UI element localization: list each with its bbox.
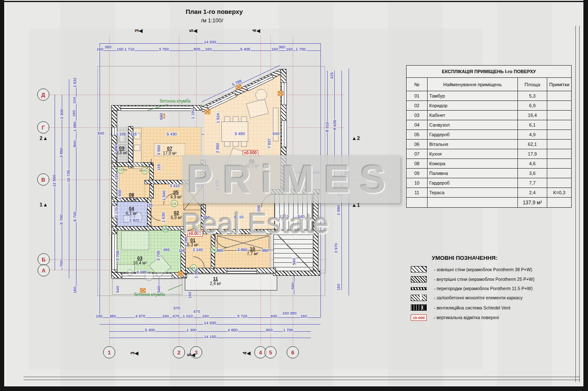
table-row: 07 Кухня 17,9: [407, 149, 572, 159]
room-label: 0316,4 м²: [133, 255, 147, 265]
cell-name: Паливна: [428, 169, 518, 178]
flower-bed-note: бетонна клумба: [134, 292, 165, 297]
dimension-label: 4 190: [136, 270, 147, 274]
dimension-label: 540: [116, 285, 120, 293]
dimension-label: 160: [300, 314, 307, 318]
legend-symbol-icon: [411, 295, 427, 301]
dimension-label: 495: [163, 248, 170, 252]
cell-note: [547, 111, 572, 120]
axis-bubble: А: [38, 264, 50, 277]
legend: УМОВНІ ПОЗНАЧЕННЯ: - зовнішні стіни (кер…: [405, 255, 578, 324]
dimension-label: 5 430: [166, 132, 177, 136]
dimension-line: [100, 317, 320, 318]
frame-left: [0, 0, 4, 391]
dimension-label: 590: [291, 282, 295, 290]
cell-area: 7,7: [518, 178, 547, 188]
table-row: 04 Санвузол 6,1: [407, 120, 572, 130]
cell-no: 11: [407, 188, 428, 198]
section-triangle-icon: [352, 135, 357, 141]
legend-item: ±0.000 - вертикальна відмітка поверхні: [405, 314, 578, 321]
dimension-label: 160: [162, 314, 169, 318]
axis-bubble: 6: [287, 346, 299, 359]
cell-area: 62,1: [518, 140, 547, 149]
section-marker: 3: [131, 350, 139, 356]
col-header-name: Найменування приміщень: [428, 78, 518, 91]
cell-area: 16,4: [518, 111, 547, 120]
room-label: 112,4 м²: [210, 276, 221, 286]
legend-symbol-icon: [411, 287, 427, 290]
cell-no: 06: [407, 140, 428, 149]
dimension-label: 115: [178, 248, 185, 253]
dimension-label: 160: [73, 286, 77, 294]
section-marker: 4: [253, 28, 260, 34]
axis-line-1: [109, 36, 110, 345]
room-label: 0717,9 м²: [163, 145, 176, 156]
dimension-label: 8 310: [325, 122, 329, 132]
dimension-label: 2 832: [73, 77, 77, 88]
drawing-sheet: План 1-го поверху /м 1:100/: [0, 0, 588, 391]
dimension-label: 3 750: [158, 47, 169, 51]
dimension-label: 5 405: [240, 47, 251, 51]
axis-bubble: 1: [103, 346, 116, 359]
dimension-label: 670: [172, 314, 180, 318]
dimension-label: 700: [59, 260, 63, 267]
dimension-label: 160 1 710: [116, 47, 135, 51]
dimension-label: 1 300: [186, 328, 197, 332]
table-row: 11 Тераса 2,4 K=0,3: [407, 188, 572, 198]
dimension-label: 380: [278, 45, 286, 49]
dimension-label: 160: [202, 314, 209, 318]
door-tag: 04: [210, 246, 218, 254]
dimension-line: [62, 95, 62, 270]
axis-bubble: В: [37, 174, 50, 186]
watermark-band: PRiMES: [183, 155, 400, 203]
chair: [224, 116, 230, 122]
dimension-label: 800: [73, 140, 77, 148]
col-header-area: Площа: [518, 78, 547, 91]
cell-name: Коридор: [428, 101, 518, 111]
cell-name: Тамбур: [428, 91, 518, 101]
cell-no: 09: [407, 169, 428, 178]
legend-item: - вентиляційна система Schiedel Vent: [405, 304, 578, 311]
dimension-line: [100, 43, 100, 317]
room-label: 107,7 м²: [247, 246, 258, 256]
dimension-label: 380: [261, 248, 269, 253]
room-label: 084,6 м²: [126, 192, 137, 202]
dimension-label: 380: [109, 314, 116, 318]
table-body: 01 Тамбур 5,3 02 Коридор 6,9 03 Кабінет …: [407, 91, 572, 198]
cell-name: Кабінет: [428, 111, 518, 120]
dimension-label: 540: [272, 132, 280, 136]
dimension-label: 2 300: [60, 108, 64, 119]
cell-no: 05: [407, 130, 428, 140]
border-line: [24, 377, 580, 377]
dimension-label: 115: [130, 132, 137, 136]
dimension-label: 115: [157, 164, 161, 171]
desk-chair: [127, 269, 133, 276]
legend-item: - залізобетонні монолітні елементи карка…: [405, 295, 578, 301]
chair: [241, 116, 247, 122]
vent-marker: [205, 110, 210, 114]
dimension-label: 1 524: [216, 113, 220, 124]
dimension-line: [76, 79, 76, 293]
dimension-label: 160: [95, 314, 103, 318]
dimension-label: 3 850: [237, 248, 248, 252]
cell-note: [547, 169, 572, 178]
table-row: 03 Кабінет 16,4: [407, 111, 572, 120]
cell-area: 6,9: [518, 101, 547, 111]
dimension-label: 3 850: [59, 147, 63, 158]
cell-area: 17,9: [518, 149, 547, 159]
cell-name: Комора: [428, 159, 518, 169]
dimension-label: 5 700: [59, 214, 63, 225]
cell-no: 10: [407, 178, 428, 188]
table-title: ЕКСПЛІКАЦІЯ ПРИМІЩЕНЬ І-го ПОВЕРХУ: [407, 66, 572, 78]
room-label: 046,1 м²: [126, 206, 137, 216]
room-label: 093,6 м²: [116, 145, 128, 155]
cell-no: 04: [407, 120, 428, 130]
dimension-label: 2 170: [114, 207, 118, 218]
explication-table: ЕКСПЛІКАЦІЯ ПРИМІЩЕНЬ І-го ПОВЕРХУ № Най…: [406, 65, 572, 208]
dimension-label: 160: [72, 110, 76, 117]
cell-area: 5,3: [518, 91, 547, 101]
dimension-label: 4 950: [227, 328, 238, 332]
dimension-label: 380: [289, 311, 297, 315]
door-tag: 04: [117, 166, 124, 174]
dimension-label: 5 720: [237, 314, 248, 318]
